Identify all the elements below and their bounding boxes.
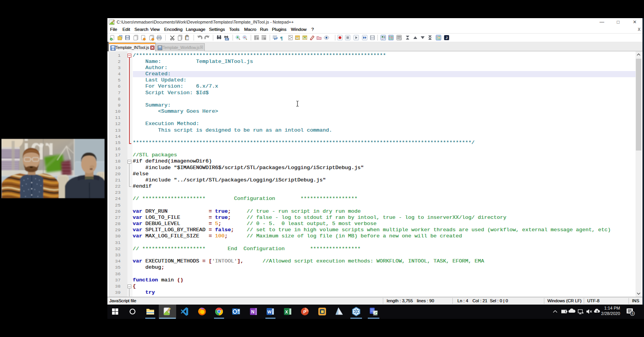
svg-text:9: 9 [631, 312, 633, 315]
svg-text:J: J [446, 36, 448, 40]
svg-text:2/28/2020: 2/28/2020 [601, 311, 620, 316]
svg-text:N: N [251, 309, 255, 315]
svg-text:¶: ¶ [280, 35, 283, 41]
svg-text:P: P [303, 310, 306, 314]
svg-text:W: W [267, 310, 272, 314]
svg-text:ab: ab [226, 38, 228, 40]
svg-text:1:14 PM: 1:14 PM [604, 306, 620, 310]
svg-text:X: X [285, 310, 288, 314]
